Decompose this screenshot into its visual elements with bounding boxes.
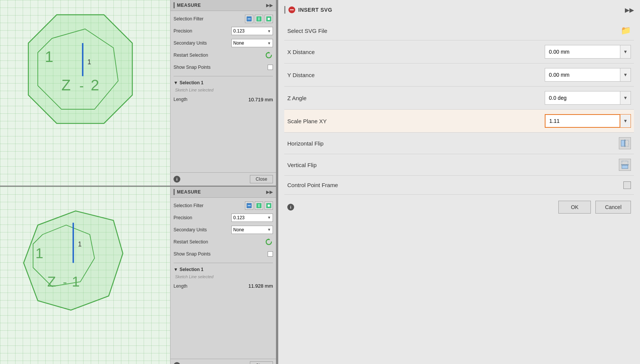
- top-restart-row: Restart Selection: [174, 50, 273, 60]
- select-svg-control: 📁: [621, 26, 631, 36]
- y-distance-input[interactable]: [545, 68, 620, 82]
- horizontal-flip-btn[interactable]: [619, 137, 631, 149]
- horizontal-flip-label: Horizontal Flip: [287, 140, 370, 147]
- bottom-sketch-line-label: Sketch Line selected: [174, 274, 273, 279]
- bottom-panel-forward[interactable]: ▶▶: [266, 189, 273, 195]
- svg-text:-: -: [63, 276, 67, 289]
- bottom-precision-row: Precision 0.123 ▼: [174, 213, 273, 223]
- bottom-measure-panel: MEASURE ▶▶ Selection Filter: [170, 187, 276, 364]
- select-svg-label: Select SVG File: [287, 28, 370, 34]
- top-precision-row: Precision 0.123 ▼: [174, 26, 273, 36]
- bottom-snap-label: Show Snap Points: [174, 251, 211, 257]
- bottom-panel-content: Selection Filter: [170, 198, 276, 359]
- top-snap-label: Show Snap Points: [174, 65, 211, 70]
- insert-svg-panel: INSERT SVG ▶▶ Select SVG File 📁 X Distan…: [284, 6, 634, 358]
- bottom-selection-filter-row: Selection Filter: [174, 201, 273, 211]
- bottom-canvas: 1 Z - 1 1: [0, 187, 170, 364]
- z-angle-label: Z Angle: [287, 95, 370, 101]
- y-distance-control: ▼: [545, 68, 631, 82]
- bottom-precision-arrow: ▼: [267, 215, 271, 220]
- bottom-selection-filter-btn-1[interactable]: [245, 201, 253, 210]
- top-panel-forward[interactable]: ▶▶: [266, 3, 273, 8]
- top-length-value: 10.719 mm: [248, 97, 273, 102]
- scale-plane-label: Scale Plane XY: [287, 118, 370, 124]
- top-restart-label: Restart Selection: [174, 53, 211, 58]
- x-distance-dropdown[interactable]: ▼: [620, 45, 631, 59]
- bottom-panel-title: MEASURE: [177, 189, 201, 195]
- insert-footer: i OK Cancel: [284, 195, 634, 217]
- x-distance-input[interactable]: [545, 45, 620, 59]
- vertical-flip-control: [619, 159, 631, 171]
- vertical-flip-label: Vertical Flip: [287, 162, 370, 168]
- top-panel-header: MEASURE ▶▶: [170, 0, 276, 11]
- top-secondary-units-row: Secondary Units None ▼: [174, 38, 273, 48]
- top-snap-checkbox[interactable]: [268, 65, 273, 70]
- svg-point-28: [268, 204, 270, 207]
- bottom-secondary-units-row: Secondary Units None ▼: [174, 225, 273, 235]
- right-panel: INSERT SVG ▶▶ Select SVG File 📁 X Distan…: [278, 0, 640, 364]
- bottom-panel-footer: i Close: [170, 359, 276, 364]
- svg-text:Z: Z: [47, 274, 56, 290]
- bottom-close-button[interactable]: Close: [250, 361, 273, 364]
- bottom-precision-label: Precision: [174, 215, 211, 220]
- insert-info-icon[interactable]: i: [287, 204, 294, 211]
- svg-rect-33: [622, 161, 628, 164]
- top-info-icon[interactable]: i: [174, 176, 180, 183]
- bottom-divider: [174, 263, 273, 263]
- top-precision-select[interactable]: 0.123 ▼: [231, 27, 273, 35]
- folder-icon[interactable]: 📁: [621, 26, 631, 36]
- selection-filter-btn-2[interactable]: [255, 15, 263, 23]
- top-panel-footer: i Close: [170, 172, 276, 186]
- bottom-selection-header[interactable]: ▼ Selection 1: [174, 267, 273, 272]
- panel-stripe: [174, 2, 175, 8]
- svg-text:Z: Z: [62, 77, 71, 93]
- y-distance-dropdown[interactable]: ▼: [620, 68, 631, 82]
- bottom-selection-filter-btn-3[interactable]: [265, 201, 273, 210]
- top-selection-filter-label: Selection Filter: [174, 16, 211, 22]
- scale-plane-dropdown[interactable]: ▼: [620, 114, 631, 128]
- top-restart-btn[interactable]: [265, 51, 273, 59]
- bottom-secondary-units-arrow: ▼: [267, 228, 271, 232]
- vertical-flip-row: Vertical Flip: [284, 154, 634, 176]
- control-point-label: Control Point Frame: [287, 182, 370, 188]
- x-distance-control: ▼: [545, 45, 631, 59]
- z-angle-control: ▼: [545, 91, 631, 105]
- bottom-selection-filter-btn-2[interactable]: [255, 201, 263, 210]
- svg-rect-34: [622, 165, 628, 169]
- top-canvas: 1 Z - 2 1: [0, 0, 170, 186]
- z-angle-dropdown[interactable]: ▼: [620, 91, 631, 105]
- top-close-button[interactable]: Close: [250, 175, 273, 183]
- top-selection-filter-row: Selection Filter: [174, 14, 273, 24]
- svg-text:-: -: [79, 78, 84, 93]
- svg-text:1: 1: [78, 240, 82, 248]
- top-precision-label: Precision: [174, 28, 211, 34]
- svg-rect-30: [621, 140, 625, 146]
- insert-forward[interactable]: ▶▶: [625, 6, 634, 14]
- bottom-section: 1 Z - 1 1 MEASURE ▶▶ Selection: [0, 187, 276, 364]
- bottom-secondary-units-value: None ▼: [231, 226, 273, 234]
- bottom-snap-checkbox[interactable]: [268, 251, 273, 257]
- scale-plane-control: ▼: [545, 114, 631, 128]
- bottom-info-icon[interactable]: i: [174, 362, 180, 364]
- collapse-icon[interactable]: [288, 6, 295, 13]
- svg-text:1: 1: [87, 58, 91, 66]
- scale-plane-input[interactable]: [545, 114, 620, 128]
- control-point-row: Control Point Frame: [284, 176, 634, 195]
- top-panel-title: MEASURE: [177, 3, 201, 8]
- vertical-flip-btn[interactable]: [619, 159, 631, 171]
- z-angle-input[interactable]: [545, 91, 620, 105]
- cancel-button[interactable]: Cancel: [595, 201, 631, 214]
- control-point-checkbox[interactable]: [623, 181, 631, 189]
- bottom-secondary-units-select[interactable]: None ▼: [231, 226, 273, 234]
- scale-plane-row: Scale Plane XY ▼: [284, 110, 634, 133]
- horizontal-flip-control: [619, 137, 631, 149]
- selection-filter-btn-1[interactable]: [245, 15, 253, 23]
- top-selection-header[interactable]: ▼ Selection 1: [174, 80, 273, 85]
- ok-button[interactable]: OK: [558, 201, 591, 214]
- bottom-secondary-units-label: Secondary Units: [174, 227, 211, 232]
- y-distance-label: Y Distance: [287, 72, 370, 78]
- top-secondary-units-select[interactable]: None ▼: [231, 39, 273, 47]
- bottom-precision-select[interactable]: 0.123 ▼: [231, 214, 273, 222]
- bottom-restart-btn[interactable]: [265, 238, 273, 246]
- selection-filter-btn-3[interactable]: [265, 15, 273, 23]
